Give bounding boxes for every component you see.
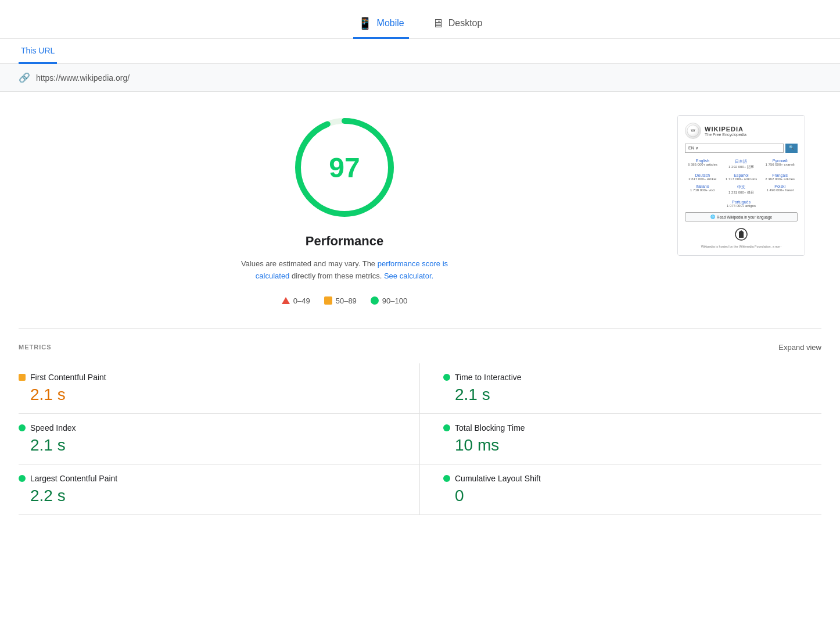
metrics-title: METRICS bbox=[19, 344, 52, 351]
score-circle: 97 bbox=[292, 115, 397, 220]
score-description: Values are estimated and may vary. The p… bbox=[234, 258, 455, 283]
metric-tbt-label-row: Total Blocking Time bbox=[443, 423, 812, 433]
wiki-foundation-text: Wikipedia is hosted by the Wikimedia Fou… bbox=[685, 245, 798, 248]
wiki-read-language-button[interactable]: 🌐 Read Wikipedia in your language bbox=[685, 212, 798, 221]
wiki-header: W WIKIPEDIA The Free Encyclopedia bbox=[685, 123, 798, 139]
metric-fcp-label-row: First Contentful Paint bbox=[19, 373, 396, 382]
wiki-logo-icon: W bbox=[685, 123, 701, 139]
metric-total-blocking-time: Total Blocking Time 10 ms bbox=[420, 414, 821, 464]
metric-tbt-value: 10 ms bbox=[443, 436, 812, 455]
metric-cls-indicator bbox=[443, 475, 450, 482]
wiki-title: WIKIPEDIA bbox=[705, 126, 746, 133]
metric-tbt-label: Total Blocking Time bbox=[455, 423, 525, 433]
wiki-langs-grid: English 6 383 000+ articles 日本語 1 292 00… bbox=[685, 159, 798, 195]
expand-view-button[interactable]: Expand view bbox=[778, 343, 821, 352]
metric-cls-label: Cumulative Layout Shift bbox=[455, 474, 541, 483]
legend-orange-label: 50–89 bbox=[336, 296, 357, 305]
wiki-title-block: WIKIPEDIA The Free Encyclopedia bbox=[705, 126, 746, 137]
metric-largest-contentful-paint: Largest Contentful Paint 2.2 s bbox=[19, 464, 420, 515]
main-content: 97 Performance Values are estimated and … bbox=[0, 92, 840, 328]
metrics-grid: First Contentful Paint 2.1 s Time to Int… bbox=[19, 363, 821, 515]
svg-text:W: W bbox=[691, 128, 695, 133]
tab-desktop-label: Desktop bbox=[448, 18, 483, 28]
wiki-lang-chinese: 中文 1 231 000+ 條目 bbox=[724, 184, 759, 195]
metric-tti-label-row: Time to Interactive bbox=[443, 373, 812, 382]
metrics-header: METRICS Expand view bbox=[19, 343, 821, 352]
legend-green: 90–100 bbox=[371, 296, 407, 305]
metric-si-value: 2.1 s bbox=[19, 436, 396, 455]
desktop-icon: 🖥 bbox=[432, 17, 444, 30]
metric-tbt-indicator bbox=[443, 424, 450, 431]
wiki-read-btn-label: Read Wikipedia in your language bbox=[717, 215, 772, 219]
tab-mobile[interactable]: 📱 Mobile bbox=[353, 9, 409, 39]
url-tabs-container: This URL bbox=[0, 39, 840, 64]
translate-icon: 🌐 bbox=[710, 215, 715, 219]
mobile-icon: 📱 bbox=[358, 16, 372, 30]
wiki-lang-english: English 6 383 000+ articles bbox=[685, 159, 720, 170]
metric-cumulative-layout-shift: Cumulative Layout Shift 0 bbox=[420, 464, 821, 515]
metric-fcp-indicator bbox=[19, 374, 26, 381]
metric-tti-value: 2.1 s bbox=[443, 385, 812, 404]
legend-red: 0–49 bbox=[282, 296, 310, 305]
metrics-section: METRICS Expand view First Contentful Pai… bbox=[0, 329, 840, 529]
tab-mobile-label: Mobile bbox=[377, 18, 404, 28]
description-middle: directly from these metrics. bbox=[289, 271, 384, 280]
metric-tti-indicator bbox=[443, 374, 450, 381]
legend-orange: 50–89 bbox=[324, 296, 357, 305]
metric-lcp-value: 2.2 s bbox=[19, 487, 396, 505]
metric-fcp-label: First Contentful Paint bbox=[30, 373, 106, 382]
metric-tti-label: Time to Interactive bbox=[455, 373, 522, 382]
this-url-label: This URL bbox=[21, 46, 55, 55]
wiki-lang-polish: Polski 1 490 000+ haseł bbox=[762, 184, 798, 195]
wiki-search-row: EN ∨ 🔍 bbox=[685, 144, 798, 153]
legend-green-label: 90–100 bbox=[382, 296, 407, 305]
green-circle-icon bbox=[371, 296, 379, 305]
wiki-lang-german: Deutsch 2 617 000+ Artikel bbox=[685, 173, 720, 181]
metric-lcp-label-row: Largest Contentful Paint bbox=[19, 474, 396, 483]
wikipedia-screenshot: W WIKIPEDIA The Free Encyclopedia EN ∨ 🔍 bbox=[677, 115, 805, 256]
metric-fcp-value: 2.1 s bbox=[19, 385, 396, 404]
orange-square-icon bbox=[324, 296, 332, 305]
wiki-lang-french: Français 2 362 000+ articles bbox=[762, 173, 798, 181]
wiki-lang-japanese: 日本語 1 292 000+ 記事 bbox=[724, 159, 759, 170]
metric-si-label-row: Speed Index bbox=[19, 423, 396, 433]
wiki-search-input[interactable]: EN ∨ bbox=[685, 144, 784, 153]
this-url-tab[interactable]: This URL bbox=[19, 39, 57, 64]
metric-lcp-label: Largest Contentful Paint bbox=[30, 474, 117, 483]
wiki-subtitle: The Free Encyclopedia bbox=[705, 133, 746, 137]
wiki-search-lang: EN ∨ bbox=[688, 146, 698, 150]
legend-red-label: 0–49 bbox=[293, 296, 310, 305]
red-triangle-icon bbox=[282, 297, 290, 304]
metric-time-to-interactive: Time to Interactive 2.1 s bbox=[420, 363, 821, 414]
url-text: https://www.wikipedia.org/ bbox=[36, 73, 130, 83]
description-text: Values are estimated and may vary. The bbox=[241, 259, 378, 268]
metric-first-contentful-paint: First Contentful Paint 2.1 s bbox=[19, 363, 420, 414]
score-value: 97 bbox=[329, 152, 360, 184]
metric-speed-index: Speed Index 2.1 s bbox=[19, 414, 420, 464]
metric-cls-value: 0 bbox=[443, 487, 812, 505]
metric-si-indicator bbox=[19, 424, 26, 431]
wiki-foundation-icon bbox=[685, 227, 798, 241]
calculator-link[interactable]: See calculator. bbox=[384, 271, 433, 280]
score-legend: 0–49 50–89 90–100 bbox=[282, 296, 407, 305]
tab-desktop[interactable]: 🖥 Desktop bbox=[428, 10, 487, 39]
device-tabs-container: 📱 Mobile 🖥 Desktop bbox=[0, 0, 840, 39]
wiki-lang-spanish: Español 1 717 000+ artículos bbox=[724, 173, 759, 181]
wiki-lang-italian: Italiano 1 718 000+ voci bbox=[685, 184, 720, 195]
performance-title: Performance bbox=[306, 234, 384, 249]
wiki-lang-portuguese: Português 1 074 000+ artigos bbox=[685, 200, 798, 208]
metric-lcp-indicator bbox=[19, 475, 26, 482]
score-section: 97 Performance Values are estimated and … bbox=[35, 115, 654, 305]
screenshot-section: W WIKIPEDIA The Free Encyclopedia EN ∨ 🔍 bbox=[677, 115, 805, 256]
url-bar: 🔗 https://www.wikipedia.org/ bbox=[0, 64, 840, 92]
wiki-preview-content: W WIKIPEDIA The Free Encyclopedia EN ∨ 🔍 bbox=[678, 116, 805, 255]
link-icon: 🔗 bbox=[19, 72, 30, 83]
metric-si-label: Speed Index bbox=[30, 423, 76, 433]
metric-cls-label-row: Cumulative Layout Shift bbox=[443, 474, 812, 483]
wiki-lang-russian: Русский 1 756 000+ статей bbox=[762, 159, 798, 170]
wiki-search-button[interactable]: 🔍 bbox=[785, 144, 798, 153]
